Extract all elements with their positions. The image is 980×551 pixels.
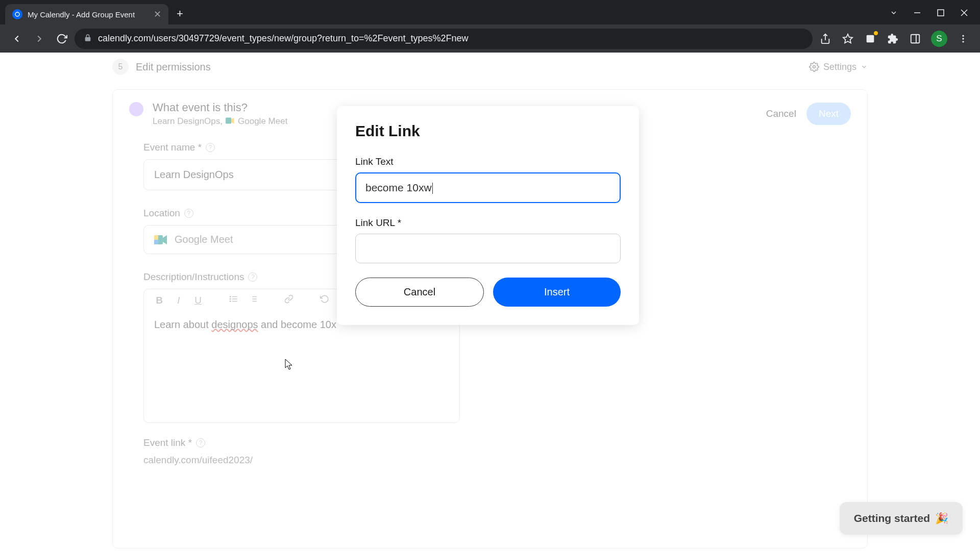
share-icon[interactable]: [819, 32, 832, 45]
svg-marker-6: [843, 34, 852, 42]
insert-button[interactable]: Insert: [493, 278, 621, 307]
location-value: Google Meet: [175, 234, 233, 245]
event-color-dot: [129, 102, 143, 116]
getting-started-label: Getting started: [854, 512, 930, 524]
side-panel-icon[interactable]: [909, 32, 922, 45]
italic-button[interactable]: I: [173, 295, 185, 306]
tab-close-icon[interactable]: ✕: [154, 9, 161, 20]
undo-button[interactable]: [318, 294, 331, 306]
window-close-icon[interactable]: [960, 8, 969, 17]
edit-link-modal: Edit Link Link Text become 10xw Link URL…: [337, 106, 639, 325]
description-label: Description/Instructions: [143, 271, 244, 283]
lock-icon: [84, 34, 92, 44]
svg-marker-15: [231, 118, 234, 124]
underline-button[interactable]: U: [192, 295, 204, 306]
cancel-button[interactable]: Cancel: [355, 278, 484, 307]
cursor-icon: [285, 359, 294, 373]
link-url-label: Link URL *: [355, 217, 621, 229]
cancel-link[interactable]: Cancel: [766, 108, 796, 119]
window-maximize-icon[interactable]: [936, 8, 945, 17]
info-icon[interactable]: ?: [206, 143, 215, 152]
chevron-down-icon: [861, 63, 868, 70]
profile-avatar[interactable]: S: [931, 31, 947, 47]
menu-icon[interactable]: [957, 32, 970, 45]
bookmark-icon[interactable]: [841, 32, 854, 45]
google-meet-icon: [154, 234, 167, 245]
event-heading: What event is this?: [153, 101, 287, 114]
next-button[interactable]: Next: [806, 103, 851, 125]
event-name-label: Event name *: [143, 142, 202, 153]
bold-button[interactable]: B: [153, 295, 165, 306]
link-url-input[interactable]: [355, 234, 621, 263]
address-bar[interactable]: calendly.com/users/30497729/event_types/…: [75, 29, 813, 49]
event-link-label: Event link *: [143, 437, 192, 448]
svg-point-0: [15, 12, 19, 16]
settings-label: Settings: [823, 62, 856, 72]
numbered-list-button[interactable]: [247, 294, 259, 306]
tab-title: My Calendly - Add Group Event: [28, 10, 149, 19]
browser-tab[interactable]: My Calendly - Add Group Event ✕: [5, 4, 168, 24]
svg-rect-17: [154, 235, 158, 240]
link-text-label: Link Text: [355, 156, 621, 167]
location-label: Location: [143, 208, 180, 219]
getting-started-widget[interactable]: Getting started 🎉: [840, 502, 963, 535]
svg-marker-19: [163, 235, 167, 244]
svg-point-24: [230, 298, 231, 299]
tabs-dropdown-icon[interactable]: [889, 8, 898, 17]
svg-rect-2: [938, 10, 944, 16]
step-number: 5: [112, 59, 129, 75]
event-subheading: Learn DesignOps, Google Meet: [153, 116, 287, 127]
bullet-list-button[interactable]: [228, 294, 240, 306]
forward-button[interactable]: [30, 29, 49, 48]
party-popper-icon: 🎉: [935, 512, 948, 524]
link-button[interactable]: [283, 294, 295, 306]
back-button[interactable]: [7, 29, 27, 48]
event-link-value: calendly.com/uifeed2023/: [143, 455, 837, 466]
svg-point-12: [962, 41, 964, 42]
url-text: calendly.com/users/30497729/event_types/…: [98, 33, 803, 44]
step-label: Edit permissions: [136, 61, 211, 73]
svg-rect-14: [226, 118, 231, 124]
description-content[interactable]: Learn about designops and become 10x: [144, 312, 459, 422]
gear-icon: [809, 62, 819, 72]
calendly-favicon: [12, 9, 22, 19]
svg-point-25: [230, 301, 231, 302]
extensions-icon[interactable]: [886, 32, 899, 45]
link-text-input[interactable]: become 10xw: [355, 172, 621, 203]
extension-badge-icon[interactable]: [864, 32, 877, 45]
svg-rect-18: [154, 240, 158, 244]
svg-rect-7: [867, 35, 874, 42]
svg-rect-16: [154, 235, 163, 244]
window-minimize-icon[interactable]: [913, 8, 922, 17]
new-tab-button[interactable]: +: [168, 7, 191, 20]
settings-button[interactable]: Settings: [809, 62, 868, 72]
info-icon[interactable]: ?: [196, 438, 205, 447]
info-icon[interactable]: ?: [248, 272, 257, 282]
svg-rect-8: [911, 34, 920, 43]
svg-point-10: [962, 35, 964, 36]
modal-title: Edit Link: [355, 122, 621, 140]
reload-button[interactable]: [52, 29, 71, 48]
svg-point-23: [230, 296, 231, 297]
svg-point-13: [813, 66, 815, 68]
info-icon[interactable]: ?: [184, 209, 193, 218]
google-meet-icon: [226, 117, 235, 126]
svg-point-11: [962, 38, 964, 39]
